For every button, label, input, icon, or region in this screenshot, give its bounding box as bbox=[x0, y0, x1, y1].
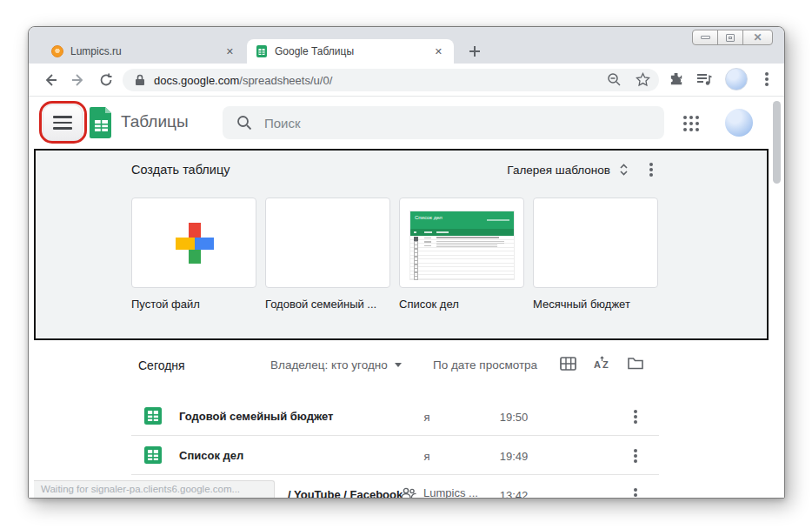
file-row-annual-budget[interactable]: Годовой семейный бюджет я 19:50 bbox=[131, 397, 659, 436]
chevron-down-icon bbox=[395, 363, 402, 367]
file-owner: я bbox=[401, 450, 453, 463]
tab-google-sheets[interactable]: Google Таблицы ✕ bbox=[247, 39, 454, 64]
forward-button[interactable] bbox=[70, 72, 86, 88]
file-owner: я bbox=[401, 411, 453, 424]
tab-title: Google Таблицы bbox=[275, 45, 432, 57]
google-apps-icon[interactable] bbox=[683, 116, 699, 131]
owner-filter-dropdown[interactable]: Владелец: кто угодно bbox=[270, 358, 402, 372]
shared-people-icon bbox=[401, 487, 416, 499]
template-gallery-button[interactable]: Галерея шаблонов bbox=[507, 163, 629, 177]
gallery-label: Галерея шаблонов bbox=[507, 164, 610, 177]
card-label: Список дел bbox=[399, 298, 524, 311]
template-card-blank[interactable]: Пустой файл bbox=[131, 198, 256, 311]
url-text: docs.google.com/spreadsheets/u/0/ bbox=[154, 74, 332, 87]
account-avatar[interactable] bbox=[725, 109, 753, 137]
window-controls: ✕ bbox=[692, 30, 773, 45]
folder-icon[interactable] bbox=[628, 357, 643, 370]
preview-title: Список дел bbox=[415, 215, 443, 220]
tab-close-icon[interactable]: ✕ bbox=[223, 44, 236, 59]
svg-text:A: A bbox=[594, 359, 601, 370]
window-titlebar: ✕ Lumpics.ru ✕ Google Таблицы ✕ bbox=[29, 27, 784, 64]
search-input[interactable] bbox=[264, 116, 612, 131]
row-menu-icon[interactable] bbox=[634, 493, 637, 497]
sheets-file-icon bbox=[144, 407, 162, 425]
card-label: Месячный бюджет bbox=[533, 298, 658, 311]
maximize-button[interactable] bbox=[718, 30, 743, 44]
bookmark-star-icon[interactable] bbox=[636, 72, 650, 87]
browser-profile-avatar[interactable] bbox=[725, 68, 748, 90]
grid-view-icon[interactable] bbox=[560, 357, 576, 371]
tab-lumpics[interactable]: Lumpics.ru ✕ bbox=[43, 39, 245, 64]
media-controls-icon[interactable] bbox=[696, 72, 713, 86]
template-card-monthly-budget[interactable]: Месячный бюджет bbox=[533, 198, 658, 311]
todo-template-preview: Список дел bbox=[410, 211, 514, 279]
file-time: 19:49 bbox=[488, 450, 540, 463]
file-owner: Lumpics ... bbox=[423, 486, 478, 499]
template-menu-icon[interactable] bbox=[649, 168, 653, 171]
tab-title: Lumpics.ru bbox=[70, 45, 223, 57]
tab-close-icon[interactable]: ✕ bbox=[432, 44, 445, 59]
template-section: Создать таблицу Галерея шаблонов bbox=[34, 149, 769, 340]
minimize-icon bbox=[701, 36, 710, 39]
maximize-icon bbox=[726, 34, 735, 42]
file-row-todo[interactable]: Список дел я 19:49 bbox=[131, 436, 659, 475]
extensions-icon[interactable] bbox=[669, 71, 684, 87]
scrollbar-thumb[interactable] bbox=[773, 101, 781, 184]
up-down-chevrons-icon bbox=[619, 163, 629, 177]
svg-text:Z: Z bbox=[602, 359, 609, 370]
owner-filter-label: Владелец: кто угодно bbox=[270, 358, 388, 372]
browser-window: ✕ Lumpics.ru ✕ Google Таблицы ✕ bbox=[28, 26, 785, 499]
card-label: Годовой семейный ... bbox=[265, 298, 390, 311]
list-section-title: Сегодня bbox=[138, 358, 185, 372]
status-bar: Waiting for signaler-pa.clients6.google.… bbox=[34, 480, 275, 499]
sheets-app-header: Таблицы bbox=[29, 97, 784, 149]
sheets-logo[interactable] bbox=[90, 107, 113, 138]
file-list-header: Сегодня Владелец: кто угодно По дате про… bbox=[131, 353, 659, 378]
sheets-favicon bbox=[256, 45, 268, 57]
file-time: 19:50 bbox=[488, 411, 540, 424]
new-tab-button[interactable] bbox=[468, 44, 482, 58]
row-menu-icon[interactable] bbox=[634, 415, 637, 419]
search-icon bbox=[236, 115, 252, 131]
template-section-title: Создать таблицу bbox=[131, 163, 230, 177]
file-title: Список дел bbox=[179, 449, 243, 462]
address-bar[interactable]: docs.google.com/spreadsheets/u/0/ bbox=[123, 69, 659, 91]
card-label: Пустой файл bbox=[131, 298, 256, 311]
chrome-menu-icon[interactable] bbox=[765, 77, 769, 81]
create-plus-icon bbox=[176, 223, 214, 264]
template-card-todo[interactable]: Список дел bbox=[399, 198, 524, 311]
template-card-annual-budget[interactable]: Годовой семейный ... bbox=[265, 198, 390, 311]
minimize-button[interactable] bbox=[693, 30, 718, 44]
close-button[interactable]: ✕ bbox=[743, 30, 772, 44]
page-content: Создать таблицу Галерея шаблонов bbox=[29, 149, 785, 499]
sheets-file-icon bbox=[144, 446, 162, 464]
browser-toolbar: docs.google.com/spreadsheets/u/0/ bbox=[29, 64, 784, 97]
row-menu-icon[interactable] bbox=[634, 454, 637, 458]
back-button[interactable] bbox=[43, 72, 58, 88]
page-scrollbar[interactable] bbox=[771, 97, 782, 499]
refresh-button[interactable] bbox=[98, 72, 114, 88]
close-icon: ✕ bbox=[753, 32, 762, 43]
main-menu-button[interactable] bbox=[43, 104, 83, 141]
lumpics-favicon bbox=[51, 45, 63, 57]
lock-icon bbox=[135, 74, 145, 86]
search-bar[interactable] bbox=[223, 106, 664, 139]
file-title: Годовой семейный бюджет bbox=[179, 410, 333, 423]
zoom-out-icon[interactable] bbox=[607, 72, 622, 87]
app-title: Таблицы bbox=[121, 112, 189, 131]
file-title: / YouTube / Facebook bbox=[288, 488, 403, 499]
sort-az-icon[interactable]: AZ bbox=[594, 356, 610, 371]
sort-by-label[interactable]: По дате просмотра bbox=[433, 358, 537, 372]
file-time: 13:42 bbox=[488, 489, 540, 499]
